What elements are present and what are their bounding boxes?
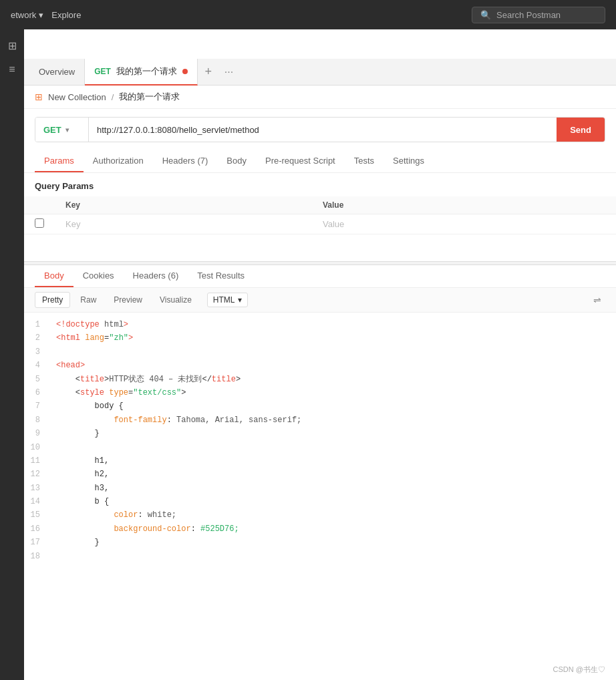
- code-line: 6 <style type="text/css">: [24, 386, 616, 399]
- row-checkbox-cell: [24, 214, 55, 234]
- fmt-tab-pretty[interactable]: Pretty: [35, 292, 70, 308]
- req-tab-settings[interactable]: Settings: [383, 150, 434, 172]
- code-block: 1<!doctype html>2<html lang="zh">34<head…: [24, 313, 616, 568]
- line-number: 3: [24, 345, 51, 359]
- search-placeholder: Search Postman: [496, 10, 561, 20]
- url-input[interactable]: [89, 118, 557, 142]
- code-line: 11 h1,: [24, 454, 616, 468]
- line-content: body {: [51, 399, 616, 413]
- line-content: <head>: [51, 359, 616, 372]
- line-number: 4: [24, 359, 51, 372]
- code-line: 10: [24, 441, 616, 454]
- request-tabs: Params Authorization Headers (7) Body Pr…: [24, 150, 616, 173]
- params-table: Key Value Key Value: [24, 196, 616, 234]
- code-line: 16 background-color: #525D76;: [24, 522, 616, 536]
- line-content: h3,: [51, 482, 616, 495]
- response-section: Body Cookies Headers (6) Test Results Pr…: [24, 265, 616, 568]
- fmt-tab-raw[interactable]: Raw: [73, 292, 104, 308]
- line-number: 11: [24, 454, 51, 468]
- sidebar-icon-import[interactable]: ⊞: [1, 35, 23, 56]
- breadcrumb: ⊞ New Collection / 我的第一个请求: [24, 86, 616, 109]
- format-chevron: ▾: [238, 295, 242, 305]
- col-checkbox: [24, 196, 55, 214]
- breadcrumb-separator: /: [112, 92, 114, 102]
- res-tab-cookies[interactable]: Cookies: [73, 265, 124, 287]
- sidebar-icon-history[interactable]: ≡: [1, 59, 23, 80]
- line-content: <title>HTTP状态 404 – 未找到</title>: [51, 373, 616, 386]
- code-line: 1<!doctype html>: [24, 318, 616, 331]
- line-content: h1,: [51, 454, 616, 468]
- line-number: 5: [24, 373, 51, 386]
- row-checkbox[interactable]: [35, 218, 44, 228]
- main-content: Overview GET 我的第一个请求 + ··· ⊞ New Collect…: [24, 59, 616, 568]
- tab-more-button[interactable]: ···: [219, 59, 239, 86]
- req-tab-headers[interactable]: Headers (7): [153, 150, 218, 172]
- search-bar[interactable]: 🔍 Search Postman: [472, 7, 605, 23]
- breadcrumb-collection[interactable]: New Collection: [48, 92, 106, 102]
- line-number: 18: [24, 550, 51, 563]
- line-number: 17: [24, 536, 51, 549]
- code-line: 3: [24, 345, 616, 359]
- code-line: 5 <title>HTTP状态 404 – 未找到</title>: [24, 373, 616, 386]
- code-line: 8 font-family: Tahoma, Arial, sans-serif…: [24, 413, 616, 427]
- line-number: 12: [24, 468, 51, 481]
- res-tab-body[interactable]: Body: [35, 265, 73, 287]
- tab-overview[interactable]: Overview: [29, 59, 85, 86]
- format-select[interactable]: HTML ▾: [207, 293, 248, 307]
- res-tab-test-results[interactable]: Test Results: [188, 265, 254, 287]
- collection-icon: ⊞: [35, 92, 43, 102]
- res-tab-headers[interactable]: Headers (6): [124, 265, 188, 287]
- fmt-tab-preview[interactable]: Preview: [106, 292, 150, 308]
- line-content: font-family: Tahoma, Arial, sans-serif;: [51, 413, 616, 427]
- req-tab-params[interactable]: Params: [35, 150, 84, 172]
- tab-method: GET: [94, 67, 111, 76]
- code-line: 17 }: [24, 536, 616, 549]
- format-value: HTML: [213, 295, 235, 305]
- line-number: 7: [24, 399, 51, 413]
- fmt-tab-visualize[interactable]: Visualize: [152, 292, 199, 308]
- tab-add-button[interactable]: +: [198, 59, 219, 86]
- line-content: h2,: [51, 468, 616, 481]
- tab-unsaved-dot: [182, 69, 188, 74]
- overview-label: Overview: [39, 67, 75, 77]
- line-number: 6: [24, 386, 51, 399]
- line-number: 16: [24, 522, 51, 536]
- network-menu[interactable]: etwork ▾: [11, 10, 43, 20]
- send-button[interactable]: Send: [557, 118, 605, 142]
- line-content: <style type="text/css">: [51, 386, 616, 399]
- search-icon: 🔍: [480, 10, 491, 20]
- sidebar: ⊞ ≡: [0, 29, 24, 568]
- line-number: 10: [24, 441, 51, 454]
- top-nav: etwork ▾ Explore 🔍 Search Postman: [0, 0, 616, 29]
- method-chevron: ▾: [65, 126, 69, 134]
- tab-name: 我的第一个请求: [116, 65, 177, 77]
- format-bar: Pretty Raw Preview Visualize HTML ▾ ⇌: [24, 288, 616, 313]
- line-number: 2: [24, 331, 51, 345]
- tabs-bar: Overview GET 我的第一个请求 + ···: [24, 59, 616, 86]
- wrap-icon[interactable]: ⇌: [589, 292, 605, 308]
- req-tab-pre-request[interactable]: Pre-request Script: [256, 150, 345, 172]
- network-chevron: ▾: [39, 10, 43, 20]
- line-content: [51, 441, 616, 454]
- key-cell[interactable]: Key: [55, 214, 312, 234]
- req-tab-tests[interactable]: Tests: [345, 150, 383, 172]
- line-content: [51, 345, 616, 359]
- col-value: Value: [312, 196, 616, 214]
- line-content: background-color: #525D76;: [51, 522, 616, 536]
- response-tabs: Body Cookies Headers (6) Test Results: [24, 265, 616, 288]
- breadcrumb-request: 我的第一个请求: [119, 91, 180, 103]
- value-cell[interactable]: Value: [312, 214, 616, 234]
- explore-link[interactable]: Explore: [51, 10, 81, 20]
- req-tab-body[interactable]: Body: [217, 150, 256, 172]
- code-line: 4<head>: [24, 359, 616, 372]
- query-params-title: Query Params: [24, 173, 616, 196]
- code-line: 2<html lang="zh">: [24, 331, 616, 345]
- line-content: [51, 550, 616, 563]
- tab-request[interactable]: GET 我的第一个请求: [85, 59, 198, 86]
- line-content: <!doctype html>: [51, 318, 616, 331]
- code-line: 14 b {: [24, 495, 616, 508]
- method-select[interactable]: GET ▾: [35, 118, 89, 142]
- code-line: 15 color: white;: [24, 508, 616, 522]
- req-tab-authorization[interactable]: Authorization: [84, 150, 153, 172]
- line-number: 1: [24, 318, 51, 331]
